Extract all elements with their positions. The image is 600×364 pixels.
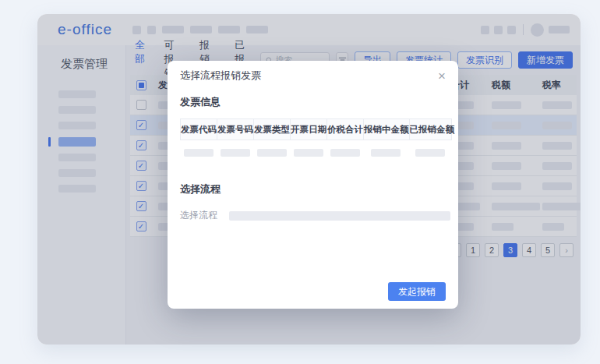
modal-column-发票号码: 发票号码 <box>217 119 254 140</box>
modal-table-header: 发票代码发票号码发票类型开票日期价税合计报销中金额已报销金额 <box>180 118 452 140</box>
skeleton-block <box>371 149 401 157</box>
skeleton-block <box>330 149 360 157</box>
modal-column-价税合计: 价税合计 <box>327 119 364 140</box>
skeleton-block <box>415 149 445 157</box>
invoice-info-section-title: 发票信息 <box>180 95 452 109</box>
skeleton-block <box>294 149 323 157</box>
skeleton-block <box>257 149 287 157</box>
modal-column-发票类型: 发票类型 <box>254 119 291 140</box>
modal-column-报销中金额: 报销中金额 <box>364 119 410 140</box>
modal-skeleton-cell <box>290 149 326 157</box>
select-process-modal: 选择流程报销发票 × 发票信息 发票代码发票号码发票类型开票日期价税合计报销中金… <box>168 61 458 309</box>
modal-skeleton-cell <box>217 149 253 157</box>
modal-skeleton-cell <box>363 149 408 157</box>
process-select[interactable] <box>229 211 450 221</box>
process-section-title: 选择流程 <box>180 182 452 196</box>
modal-header: 选择流程报销发票 × <box>168 61 458 86</box>
skeleton-block <box>184 149 214 157</box>
process-field-row: 选择流程 <box>180 209 452 222</box>
modal-body: 发票信息 发票代码发票号码发票类型开票日期价税合计报销中金额已报销金额 选择流程… <box>168 86 458 282</box>
modal-column-开票日期: 开票日期 <box>291 119 327 140</box>
modal-column-发票代码: 发票代码 <box>181 119 217 140</box>
process-field-label: 选择流程 <box>180 209 229 222</box>
modal-skeleton-cell <box>408 149 452 157</box>
modal-footer: 发起报销 <box>168 282 458 309</box>
skeleton-block <box>221 149 250 157</box>
modal-column-已报销金额: 已报销金额 <box>410 119 455 140</box>
modal-skeleton-cell <box>326 149 363 157</box>
modal-table-skeleton-row <box>180 140 452 165</box>
modal-skeleton-cell <box>180 149 217 157</box>
modal-skeleton-cell <box>253 149 290 157</box>
submit-reimburse-button[interactable]: 发起报销 <box>388 282 446 301</box>
modal-title: 选择流程报销发票 <box>180 69 261 83</box>
close-icon[interactable]: × <box>438 69 446 83</box>
